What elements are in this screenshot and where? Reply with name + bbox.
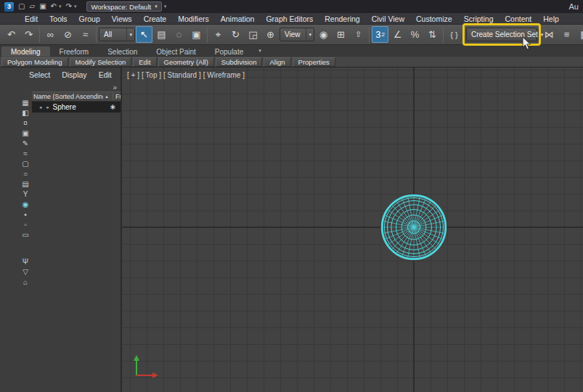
freeze-toggle-icon[interactable]: ● [46, 105, 49, 110]
column-resize-handle[interactable] [113, 93, 113, 100]
ribbon-panel-button[interactable]: Geometry (All) [158, 57, 214, 67]
display-cameras-icon[interactable]: ▣ [20, 128, 31, 138]
edit-named-selection-sets-icon[interactable]: { } [446, 26, 462, 43]
window-crossing-icon[interactable]: ▣ [188, 26, 205, 43]
select-and-rotate-icon[interactable]: ↻ [227, 26, 244, 43]
ribbon-panel-button[interactable]: Polygon Modeling [1, 57, 68, 67]
save-file-icon[interactable]: ▣ [39, 3, 46, 10]
filter-tool-icon[interactable]: ▽ [20, 267, 31, 277]
title-bar: 3 ▢ ▱ ▣ ↶ ▾ ↷ ▾ Workspace: Default ▾ ▾ A… [0, 0, 583, 13]
select-by-name-icon[interactable]: ▤ [153, 26, 170, 43]
scene-object-row[interactable]: ● ● Sphere ∗ [32, 102, 121, 113]
ribbon-tab[interactable]: Object Paint [147, 46, 205, 57]
explorer-select-tool-icon[interactable]: ▦ [20, 98, 31, 107]
viewport-label-item[interactable]: [ Wireframe ] [203, 71, 245, 79]
angle-snap-icon[interactable]: ∠ [389, 26, 406, 43]
align-icon[interactable]: ≡ [558, 26, 575, 43]
ribbon-panel-button[interactable]: Properties [293, 57, 335, 67]
display-lights-icon[interactable]: ¤ [20, 118, 31, 128]
use-center-icon[interactable]: ◉ [315, 26, 332, 43]
menu-item[interactable]: Scripting [458, 15, 500, 23]
undo-icon[interactable]: ↶ [3, 26, 20, 43]
edit-pencil-icon[interactable]: ✎ [20, 139, 31, 148]
workspace-dropdown[interactable]: Workspace: Default ▾ [86, 1, 161, 12]
hierarchy-tool-icon[interactable]: Ψ [20, 257, 31, 266]
keyboard-shortcut-override-icon[interactable]: ⇧ [350, 26, 367, 43]
menu-item[interactable]: Group [73, 15, 106, 23]
select-and-scale-icon[interactable]: ◲ [245, 26, 261, 43]
quick-access-overflow-icon[interactable]: ▾ [164, 4, 167, 9]
ribbon-tab[interactable]: Selection [98, 46, 147, 57]
menu-item[interactable]: Rendering [319, 15, 365, 23]
display-containers-icon[interactable]: ▭ [20, 230, 31, 240]
open-file-icon[interactable]: ▱ [29, 3, 35, 10]
ribbon-tab[interactable]: Freeform [50, 46, 99, 57]
viewport-label-item[interactable]: [ Top ] [142, 71, 161, 79]
app-logo[interactable]: 3 [4, 2, 14, 12]
layer-manager-grid-icon[interactable]: ▦ [576, 26, 583, 43]
menu-item[interactable]: Help [537, 15, 565, 23]
new-scene-icon[interactable]: ▢ [18, 3, 25, 10]
display-bones-icon[interactable]: Y [20, 189, 31, 199]
menu-item[interactable]: Content [499, 15, 537, 23]
percent-snap-icon[interactable]: % [407, 26, 423, 43]
explorer-menu-item[interactable]: Edit [94, 70, 116, 79]
hide-toggle-icon[interactable]: ● [39, 105, 42, 110]
ribbon-panel-button[interactable]: Align [264, 57, 290, 67]
select-and-place-icon[interactable]: ⊕ [262, 26, 279, 43]
menu-item[interactable]: Civil View [366, 15, 410, 23]
viewport-label-item[interactable]: [ + ] [127, 71, 139, 79]
select-and-link-icon[interactable]: ∞ [42, 26, 59, 43]
display-spacewarps-icon[interactable]: ≈ [20, 149, 31, 158]
home-tool-icon[interactable]: ⌂ [20, 277, 31, 287]
spinner-snap-icon[interactable]: ⇅ [424, 26, 441, 43]
ribbon-panel-button[interactable]: Edit [133, 57, 156, 67]
sphere-object[interactable] [382, 195, 446, 259]
select-and-move-icon[interactable]: ⌖ [210, 26, 227, 43]
reference-coordsys-dropdown[interactable]: View ▾ [280, 28, 314, 41]
menu-item[interactable]: Graph Editors [260, 15, 319, 23]
display-visibility-eye-icon[interactable]: ◉ [20, 200, 31, 209]
viewport-canvas [122, 68, 583, 392]
menu-item[interactable]: Edit [19, 15, 44, 23]
redo-history-chevron-icon[interactable]: ▾ [74, 4, 77, 9]
column-name-header[interactable]: Name (Sorted Ascending) [33, 93, 103, 100]
menu-item[interactable]: Modifiers [172, 15, 215, 23]
select-and-manipulate-icon[interactable]: ⊞ [333, 26, 349, 43]
named-selection-sets-dropdown[interactable]: Create Selection Set ▾ [466, 28, 537, 41]
snaps-toggle-button[interactable]: 32 [372, 26, 388, 43]
explorer-overflow-chevron-icon[interactable]: » [113, 83, 117, 91]
display-boxes-icon[interactable]: ▫ [20, 220, 31, 229]
display-shapes-icon[interactable]: ○ [20, 169, 31, 179]
column-frozen-header[interactable]: Froze [115, 93, 121, 100]
toolbar-separator [96, 27, 97, 43]
redo-quick-icon[interactable]: ↷ [66, 3, 72, 10]
ribbon-config-chevron-icon[interactable]: ▾ [258, 48, 261, 54]
menu-item[interactable]: Views [106, 15, 138, 23]
menu-item[interactable]: Tools [44, 15, 73, 23]
bind-to-spacewarp-icon[interactable]: ≈ [77, 26, 94, 43]
ribbon-tab[interactable]: Modeling [1, 46, 50, 57]
viewport[interactable]: [ + ][ Top ][ Standard ][ Wireframe ] [122, 68, 583, 392]
undo-quick-icon[interactable]: ↶ [51, 3, 57, 10]
select-object-button[interactable]: ↖ [136, 26, 152, 43]
display-frozen-icon[interactable]: ▪ [20, 210, 31, 219]
menu-item[interactable]: Customize [410, 15, 458, 23]
undo-history-chevron-icon[interactable]: ▾ [59, 4, 62, 9]
display-geometry-icon[interactable]: ▢ [20, 159, 31, 168]
redo-icon[interactable]: ↷ [20, 26, 37, 43]
selection-filter-dropdown[interactable]: All ▾ [99, 28, 135, 41]
explorer-menu-item[interactable]: Display [57, 70, 91, 79]
explorer-menu-item[interactable]: Select [25, 70, 54, 79]
explorer-column-header[interactable]: Name (Sorted Ascending) ▲ Froze [32, 91, 121, 102]
viewport-label-item[interactable]: [ Standard ] [163, 71, 201, 79]
display-grids-icon[interactable]: ▤ [20, 179, 31, 189]
menu-item[interactable]: Animation [215, 15, 261, 23]
ribbon-panel-button[interactable]: Subdivision [216, 57, 263, 67]
menu-item[interactable]: Create [138, 15, 173, 23]
ribbon-tab[interactable]: Populate [205, 46, 253, 57]
selection-region-icon[interactable]: ◌ [171, 26, 187, 43]
explorer-lock-icon[interactable]: ◧ [20, 108, 31, 118]
ribbon-panel-button[interactable]: Modify Selection [70, 57, 132, 67]
unlink-selection-icon[interactable]: ⊘ [60, 26, 76, 43]
